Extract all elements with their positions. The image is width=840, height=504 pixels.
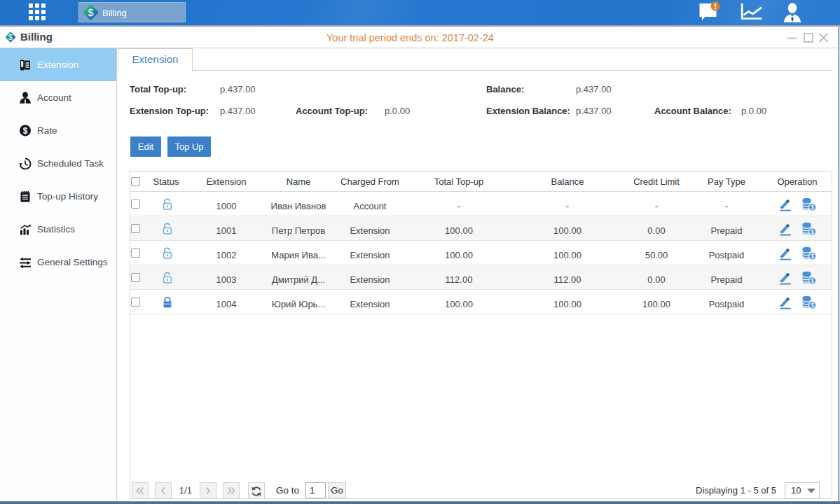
svg-text:$: $ — [811, 228, 814, 235]
svg-text:$: $ — [8, 33, 13, 41]
svg-text:$: $ — [811, 204, 814, 211]
svg-text:$: $ — [811, 253, 814, 260]
svg-text:$: $ — [88, 7, 93, 18]
svg-text:$: $ — [811, 302, 814, 309]
svg-text:$: $ — [23, 126, 28, 136]
svg-text:$: $ — [811, 277, 814, 284]
